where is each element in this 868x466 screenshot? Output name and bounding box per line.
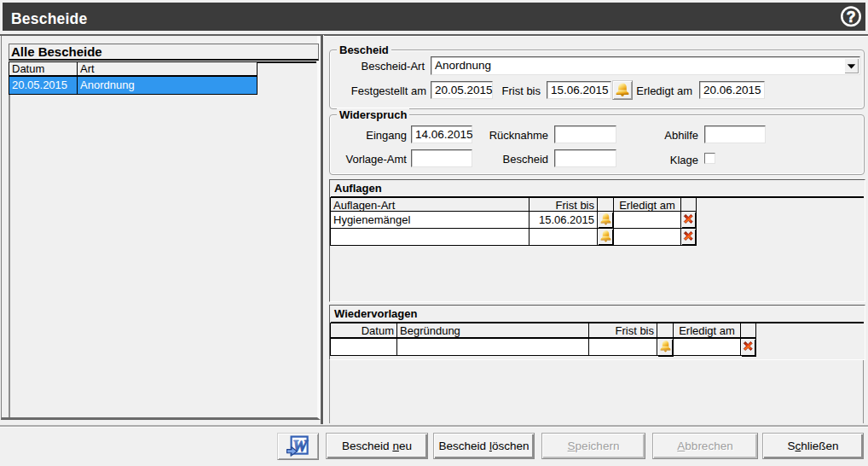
svg-text:?: ? <box>847 9 856 26</box>
